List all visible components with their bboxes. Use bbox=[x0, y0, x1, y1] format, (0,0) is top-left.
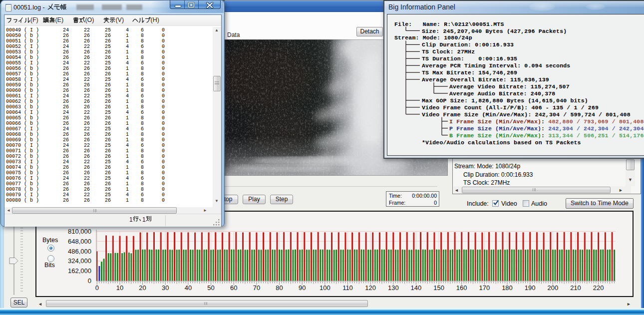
svg-text:190: 190 bbox=[525, 284, 536, 292]
svg-text:(F): (F) bbox=[30, 16, 38, 23]
svg-text:120: 120 bbox=[365, 284, 376, 292]
svg-text:324,000: 324,000 bbox=[68, 257, 91, 265]
svg-text:200: 200 bbox=[547, 284, 558, 292]
svg-text:(V): (V) bbox=[115, 16, 124, 23]
svg-text:150: 150 bbox=[433, 284, 444, 292]
svg-text:(O): (O) bbox=[85, 16, 94, 23]
svg-text:110: 110 bbox=[342, 284, 353, 292]
svg-text:0: 0 bbox=[88, 277, 91, 285]
svg-text:90: 90 bbox=[299, 284, 306, 292]
svg-text:40: 40 bbox=[185, 284, 192, 292]
svg-text:(E): (E) bbox=[55, 16, 63, 23]
svg-text:648,000: 648,000 bbox=[68, 238, 91, 245]
svg-text:160: 160 bbox=[456, 284, 467, 292]
svg-text:486,000: 486,000 bbox=[68, 248, 91, 255]
svg-text:70: 70 bbox=[253, 284, 260, 292]
svg-text:810,000: 810,000 bbox=[68, 228, 91, 235]
svg-text:180: 180 bbox=[502, 284, 513, 292]
svg-text:170: 170 bbox=[479, 284, 490, 292]
svg-text:162,000: 162,000 bbox=[68, 267, 91, 275]
svg-text:0: 0 bbox=[95, 284, 99, 292]
svg-text:50: 50 bbox=[207, 284, 214, 292]
svg-text:10: 10 bbox=[116, 284, 123, 292]
svg-text:80: 80 bbox=[276, 284, 283, 292]
svg-text:20: 20 bbox=[139, 284, 146, 292]
svg-text:210: 210 bbox=[570, 284, 581, 292]
svg-text:100: 100 bbox=[320, 284, 330, 292]
svg-text:60: 60 bbox=[230, 284, 237, 292]
svg-text:30: 30 bbox=[162, 284, 169, 292]
svg-text:220: 220 bbox=[593, 284, 604, 292]
svg-text:130: 130 bbox=[388, 284, 399, 292]
svg-text:140: 140 bbox=[411, 284, 422, 292]
svg-text:(H): (H) bbox=[151, 16, 159, 23]
